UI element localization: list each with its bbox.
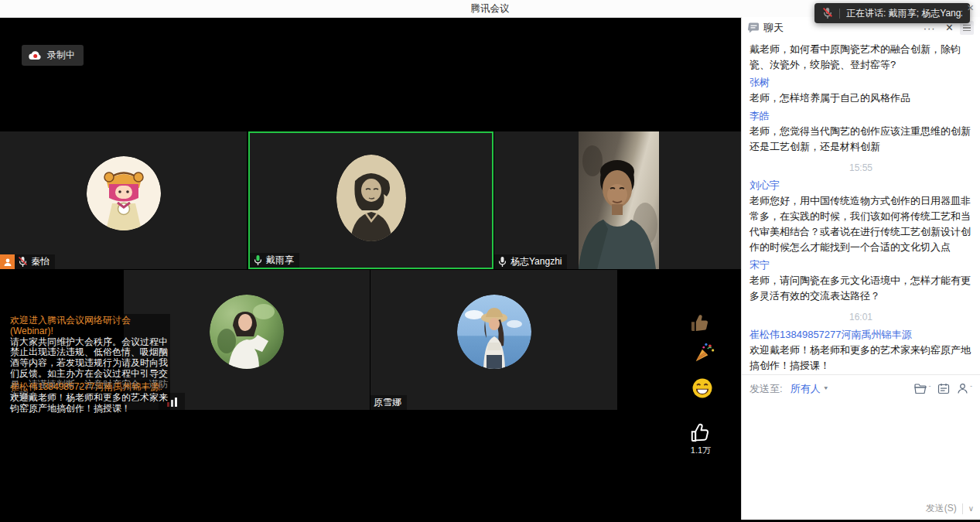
- chat-message-text: 戴老师，如何看中原陶瓷艺术的融合创新，除钧瓷、汝瓷外，绞胎瓷、登封窑等?: [750, 42, 972, 73]
- mic-active-icon: [253, 254, 263, 266]
- chat-sender-name: 刘心宇: [750, 178, 972, 193]
- video-tile-qinyi[interactable]: 秦怡: [0, 131, 247, 269]
- screenshot-folder-icon[interactable]: ˇ: [914, 383, 931, 394]
- avatar-yuanxuena: [457, 295, 531, 369]
- chevron-down-icon: ˇ: [970, 386, 972, 391]
- participant-name: 原雪娜: [374, 396, 401, 409]
- chevron-down-icon: ▼: [823, 386, 829, 391]
- chat-more-button[interactable]: ···: [924, 22, 936, 34]
- send-to-selector[interactable]: 所有人 ▼: [790, 382, 829, 396]
- bullet-chat-text: 欢迎戴老师！杨老师和更多的艺术家来钧窑原产地搞创作！搞授课！: [10, 392, 168, 414]
- send-to-value: 所有人: [790, 382, 821, 396]
- video-stage: 录制中: [0, 17, 741, 522]
- chat-message-text: 老师您好，用中国传统造物方式创作的日用器皿非常多，在实践的时候，我们该如何将传统…: [750, 193, 972, 255]
- send-to-label: 发送至:: [750, 382, 783, 396]
- send-options-chevron-icon[interactable]: ∨: [968, 504, 974, 513]
- participant-name: 秦怡: [31, 255, 50, 268]
- mic-on-icon: [497, 256, 507, 268]
- participant-name: 戴雨享: [266, 254, 294, 267]
- participant-name: 杨志Yangzhi: [510, 255, 562, 268]
- chat-input[interactable]: [742, 402, 980, 510]
- cloud-record-icon: [29, 50, 42, 60]
- chat-timestamp: 15:55: [750, 160, 972, 176]
- party-popper-emoji: [693, 341, 716, 364]
- announcement-icon[interactable]: [937, 383, 950, 394]
- chat-sender-name: 张树: [750, 75, 972, 90]
- bullet-chat-overlay: 崔松伟13849857277河南禹州锦丰源: 欢迎戴老师！杨老师和更多的艺术家来…: [8, 380, 170, 415]
- avatar-qinyi: [87, 156, 161, 230]
- chat-close-button[interactable]: ×: [946, 22, 953, 33]
- speaking-toast: 正在讲话: 戴雨享; 杨志Yangzhi...: [814, 3, 970, 23]
- video-tile-yuanxuena[interactable]: 原雪娜: [370, 270, 617, 410]
- thumbs-up-emoji: [689, 312, 711, 334]
- recording-label: 录制中: [47, 49, 75, 62]
- mic-muted-icon: [18, 256, 28, 268]
- chat-bubble-icon: [748, 22, 760, 33]
- chat-message-text: 老师，怎样培养属于自己的风格作品: [750, 90, 972, 106]
- participant-label-yangzhi: 杨志Yangzhi: [494, 254, 567, 269]
- chat-panel-title: 聊天: [763, 21, 784, 35]
- mic-muted-red-icon: [822, 7, 833, 19]
- chat-sender-name: 宋宁: [750, 258, 972, 273]
- video-feed-yangzhi: [579, 131, 659, 269]
- participant-label-qinyi: 秦怡: [15, 254, 55, 269]
- chat-message-list[interactable]: 戴老师，如何看中原陶瓷艺术的融合创新，除钧瓷、汝瓷外，绞胎瓷、登封窑等?张树老师…: [742, 39, 980, 371]
- like-button[interactable]: [689, 421, 712, 445]
- chat-panel: 聊天 ··· × 戴老师，如何看中原陶瓷艺术的融合创新，除钧瓷、汝瓷外，绞胎瓷、…: [741, 17, 980, 520]
- chat-timestamp: 16:01: [750, 309, 972, 325]
- chat-sender-name: 崔松伟13849857277河南禹州锦丰源: [750, 327, 972, 343]
- window-close-button[interactable]: ×: [967, 0, 974, 15]
- webinar-notice-title: 欢迎进入腾讯会议网络研讨会(Webinar)!: [10, 316, 168, 337]
- grinning-face-emoji: [691, 377, 714, 400]
- send-to-bar: 发送至: 所有人 ▼ ˇ: [742, 374, 980, 402]
- video-tile-yangzhi[interactable]: 杨志Yangzhi: [494, 131, 741, 269]
- send-row: 发送(S) ∨: [926, 502, 974, 515]
- avatar-daiyuxiang: [336, 155, 406, 241]
- bullet-chat-sender: 崔松伟13849857277河南禹州锦丰源:: [10, 381, 162, 392]
- speaking-toast-text: 正在讲话: 戴雨享; 杨志Yangzhi...: [846, 7, 962, 20]
- send-button[interactable]: 发送(S): [926, 502, 957, 515]
- participant-label-daiyuxiang: 戴雨享: [250, 253, 299, 268]
- participant-label-yuanxuena: 原雪娜: [370, 395, 407, 410]
- video-tile-daiyuxiang[interactable]: 戴雨享: [248, 131, 493, 269]
- avatar-woman-foliage: [210, 295, 284, 369]
- recording-indicator[interactable]: 录制中: [22, 45, 84, 66]
- like-count: 1.1万: [679, 445, 722, 456]
- chat-message-text: 老师，您觉得当代陶艺的创作应该注重思维的创新还是工艺创新，还是材料创新: [750, 124, 972, 155]
- chat-message-text: 老师，请问陶瓷在多元文化语境中，怎样才能有更多灵活有效的交流表达路径？: [750, 273, 972, 304]
- host-badge-icon: [0, 254, 15, 269]
- chevron-down-icon: ˇ: [929, 386, 931, 391]
- chat-sender-name: 李皓: [750, 108, 972, 124]
- member-list-icon[interactable]: ˇ: [957, 383, 972, 394]
- chat-message-text: 欢迎戴老师！杨老师和更多的艺术家来钧窑原产地搞创作！搞授课！: [750, 343, 972, 371]
